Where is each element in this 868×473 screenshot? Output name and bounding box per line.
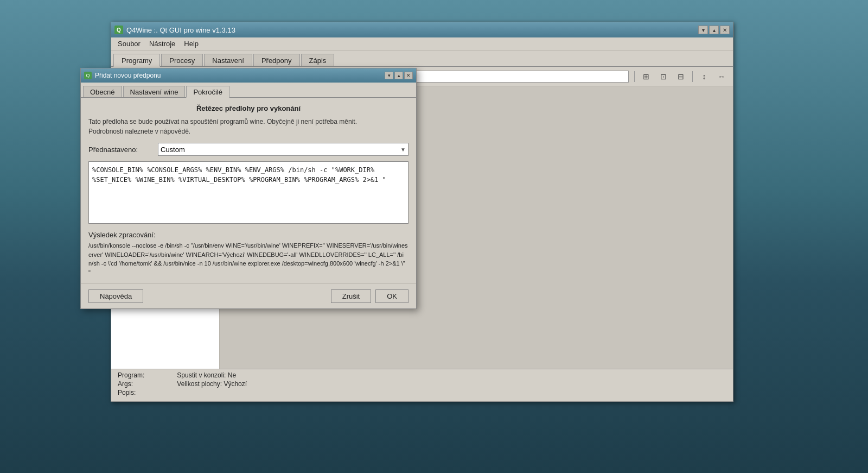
- title-bar-controls: ▾ ▴ ✕: [698, 26, 730, 34]
- dialog-maximize-button[interactable]: ▴: [394, 72, 403, 79]
- dialog-tab-pokrocile[interactable]: Pokročilé: [186, 86, 229, 98]
- dialog-close-button[interactable]: ✕: [404, 72, 413, 79]
- chevron-down-icon: ▼: [400, 147, 406, 153]
- main-tab-bar: Programy Procesy Nastavení Předpony Zápi…: [111, 51, 733, 67]
- app-title: Q4Wine :. Qt GUI pro wine v1.3.13: [126, 26, 235, 34]
- maximize-button[interactable]: ▴: [709, 26, 719, 34]
- dialog-result-section: Výsledek zpracování: /usr/bin/konsole --…: [88, 231, 409, 277]
- app-icon: Q: [114, 26, 123, 34]
- status-size: Velikost plochy: Výchozí: [177, 380, 247, 388]
- tab-nastaveni[interactable]: Nastavení: [204, 54, 252, 66]
- close-button[interactable]: ✕: [720, 26, 730, 34]
- toolbar-btn-6[interactable]: ⊟: [673, 69, 689, 84]
- title-bar-left: Q Q4Wine :. Qt GUI pro wine v1.3.13: [114, 26, 235, 34]
- dialog-title-text: Přidat novou předponu: [95, 72, 161, 79]
- menu-help[interactable]: Help: [180, 39, 203, 49]
- tab-programy[interactable]: Programy: [113, 54, 160, 67]
- toolbar-btn-7[interactable]: ↕: [696, 69, 712, 84]
- dialog: Q Přidat novou předponu ▾ ▴ ✕ Obecné Nas…: [80, 68, 417, 309]
- dialog-preset-select[interactable]: Custom ▼: [158, 143, 409, 156]
- toolbar-btn-5[interactable]: ⊡: [655, 69, 672, 84]
- tab-zapis[interactable]: Zápis: [301, 54, 335, 66]
- dialog-tab-obecne[interactable]: Obecné: [83, 86, 122, 97]
- toolbar-sep-2: [634, 71, 635, 82]
- status-bar: Program: Args: Popis: Spustit v konzoli:…: [111, 369, 733, 401]
- dialog-title-left: Q Přidat novou předponu: [84, 72, 161, 79]
- dialog-body: Řetězec předlohy pro vykonání Tato předl…: [81, 98, 416, 283]
- status-popis: Popis:: [118, 389, 144, 396]
- dialog-description: Tato předloha se bude používat na spoušt…: [88, 117, 409, 136]
- dialog-preset-label: Přednastaveno:: [88, 146, 154, 154]
- status-col-left: Program: Args: Popis:: [118, 371, 144, 399]
- status-console: Spustit v konzoli: Ne: [177, 371, 247, 379]
- toolbar-btn-4[interactable]: ⊞: [638, 69, 654, 84]
- ok-button[interactable]: OK: [375, 289, 409, 303]
- status-args: Args:: [118, 380, 144, 388]
- tab-procesy[interactable]: Procesy: [161, 54, 203, 66]
- minimize-button[interactable]: ▾: [698, 26, 708, 34]
- toolbar-btn-8[interactable]: ↔: [713, 69, 730, 84]
- menu-bar: Soubor Nástroje Help: [111, 37, 733, 51]
- dialog-result-label: Výsledek zpracování:: [88, 231, 409, 239]
- dialog-title-bar: Q Přidat novou předponu ▾ ▴ ✕: [81, 68, 416, 83]
- title-bar: Q Q4Wine :. Qt GUI pro wine v1.3.13 ▾ ▴ …: [111, 22, 733, 37]
- dialog-btn-group: Zrušit OK: [331, 289, 409, 303]
- dialog-result-text: /usr/bin/konsole --noclose -e /bin/sh -c…: [88, 241, 409, 277]
- dialog-minimize-button[interactable]: ▾: [385, 72, 393, 79]
- status-program: Program:: [118, 371, 144, 379]
- help-button[interactable]: Nápověda: [88, 289, 143, 303]
- dialog-title-controls: ▾ ▴ ✕: [385, 72, 413, 79]
- toolbar-sep-3: [692, 71, 693, 82]
- dialog-section-title: Řetězec předlohy pro vykonání: [88, 104, 409, 112]
- menu-soubor[interactable]: Soubor: [113, 39, 145, 49]
- dialog-tab-nastaveni-wine[interactable]: Nastavení wine: [123, 86, 186, 97]
- menu-nastroje[interactable]: Nástroje: [145, 39, 180, 49]
- dialog-preset-row: Přednastaveno: Custom ▼: [88, 143, 409, 156]
- status-col-right: Spustit v konzoli: Ne Velikost plochy: V…: [177, 371, 247, 399]
- dialog-textarea[interactable]: %CONSOLE_BIN% %CONSOLE_ARGS% %ENV_BIN% %…: [88, 161, 409, 224]
- dialog-footer: Nápověda Zrušit OK: [81, 283, 416, 308]
- tab-predpony[interactable]: Předpony: [253, 54, 300, 66]
- dialog-icon: Q: [84, 72, 92, 79]
- cancel-button[interactable]: Zrušit: [331, 289, 372, 303]
- dialog-preset-value: Custom: [161, 146, 185, 154]
- dialog-tab-bar: Obecné Nastavení wine Pokročilé: [81, 83, 416, 98]
